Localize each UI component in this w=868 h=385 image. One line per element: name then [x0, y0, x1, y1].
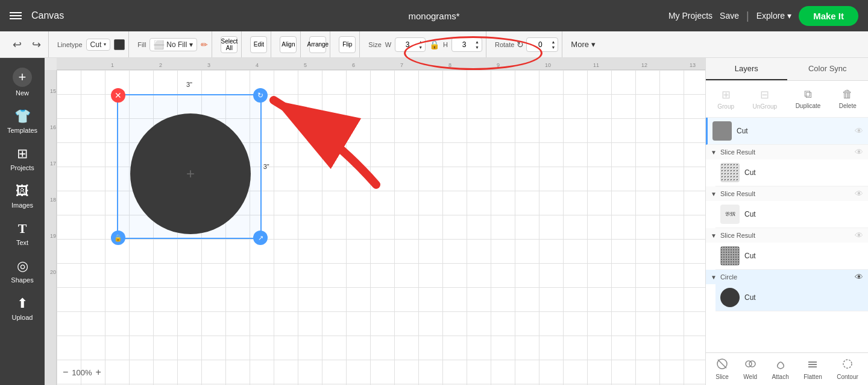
- sidebar-item-text[interactable]: T Text: [2, 216, 43, 251]
- explore-dropdown[interactable]: Explore ▾: [756, 11, 791, 21]
- sidebar-item-images[interactable]: 🖼 Images: [2, 179, 43, 214]
- weld-label: Weld: [743, 374, 757, 380]
- ungroup-icon: ⊟: [760, 88, 769, 101]
- right-panel: Layers Color Sync ⊞ Group ⊟ UnGroup ⧉ Du…: [705, 58, 868, 385]
- delete-handle[interactable]: ✕: [111, 88, 125, 103]
- rotate-stepper[interactable]: ▲▼: [551, 39, 555, 50]
- height-stepper[interactable]: ▲▼: [475, 39, 479, 50]
- sidebar-item-new-label: New: [16, 89, 29, 97]
- text-icon: T: [18, 221, 27, 237]
- circle-section-header[interactable]: ▼ Circle 👁: [706, 270, 868, 284]
- sidebar-item-shapes-label: Shapes: [11, 276, 33, 284]
- crosshair-icon: +: [186, 165, 195, 182]
- width-input[interactable]: ▲▼: [395, 37, 426, 52]
- slice-2-section: 𝔅𝔐 Cut: [715, 201, 868, 228]
- chevron-down-icon-2: ▼: [711, 191, 717, 197]
- svg-rect-5: [808, 361, 817, 363]
- canvas-area[interactable]: 1 2 3 4 5 6 7 8 9 10 11 12 13 15 16 17 1…: [45, 58, 705, 385]
- linetype-group: Linetype Cut ▾: [54, 31, 129, 57]
- duplicate-button[interactable]: ⧉ Duplicate: [791, 86, 826, 112]
- rotate-handle[interactable]: ↻: [253, 88, 268, 103]
- sidebar-item-upload[interactable]: ⬆ Upload: [2, 291, 43, 326]
- edit-button[interactable]: Edit: [250, 36, 267, 53]
- layer-thumb-slice-1: [720, 163, 740, 182]
- rotate-field[interactable]: [529, 40, 551, 49]
- panel-bottom-actions: Slice Weld Attach Flatten: [706, 352, 868, 385]
- rotate-input[interactable]: ▲▼: [526, 37, 558, 52]
- svg-point-8: [843, 360, 852, 368]
- selection-box[interactable]: + ✕ ↻ 🔒 ↗ 3" 3": [117, 94, 262, 239]
- fill-select[interactable]: ⬜ No Fill ▾: [149, 38, 197, 51]
- circle-visibility[interactable]: 👁: [855, 272, 863, 282]
- linetype-label: Linetype: [57, 41, 83, 48]
- contour-button[interactable]: Contour: [837, 358, 858, 380]
- slice-button[interactable]: Slice: [715, 358, 729, 380]
- zoom-level: 100%: [72, 368, 92, 377]
- make-it-button[interactable]: Make It: [799, 6, 858, 26]
- linetype-select[interactable]: Cut ▾: [86, 39, 111, 51]
- sidebar-item-projects[interactable]: ⊞ Projects: [2, 141, 43, 176]
- sidebar-item-shapes[interactable]: ◎ Shapes: [2, 253, 43, 288]
- width-stepper[interactable]: ▲▼: [418, 39, 423, 50]
- circle-layer-section: Cut: [715, 284, 868, 311]
- select-all-button[interactable]: Select All: [221, 36, 237, 53]
- hamburger-menu[interactable]: [10, 12, 22, 19]
- align-button[interactable]: Align: [280, 36, 297, 53]
- undo-button[interactable]: ↩: [8, 36, 25, 53]
- more-button[interactable]: More ▾: [567, 31, 599, 57]
- layer-item-slice-2-cut[interactable]: 𝔅𝔐 Cut: [715, 201, 868, 228]
- group-label: Group: [717, 103, 734, 110]
- slice-result-label-3: Slice Result: [720, 232, 755, 239]
- rotate-label: Rotate: [495, 41, 514, 48]
- layer-item-slice-1-cut[interactable]: Cut: [715, 159, 868, 186]
- save-button[interactable]: Save: [720, 11, 739, 21]
- size-group: Size W ▲▼ 🔒 H ▲▼: [365, 31, 486, 57]
- zoom-in-button[interactable]: +: [96, 367, 101, 378]
- edit-color-icon[interactable]: ✏: [201, 40, 208, 49]
- layers-list: Cut 👁 ▼ Slice Result 👁 Cut ▼ Slice Resul…: [706, 118, 868, 352]
- slice-icon: [716, 358, 728, 372]
- lock-handle[interactable]: 🔒: [111, 231, 125, 245]
- select-all-group: Select All: [217, 31, 242, 57]
- tab-color-sync[interactable]: Color Sync: [787, 58, 869, 80]
- zoom-out-button[interactable]: −: [63, 367, 68, 378]
- svg-rect-6: [808, 364, 817, 365]
- sidebar-item-templates[interactable]: 👕 Templates: [2, 104, 43, 139]
- slice-label: Slice: [715, 374, 729, 380]
- slice-visibility-2[interactable]: 👁: [855, 189, 863, 199]
- weld-icon: [744, 358, 756, 372]
- ungroup-button[interactable]: ⊟ UnGroup: [748, 86, 782, 112]
- slice-result-header-1[interactable]: ▼ Slice Result 👁: [706, 145, 868, 159]
- contour-icon: [841, 358, 854, 372]
- layer-label-slice-2-cut: Cut: [744, 210, 863, 218]
- svg-point-4: [749, 361, 755, 367]
- delete-button[interactable]: 🗑 Delete: [834, 86, 861, 112]
- tab-layers[interactable]: Layers: [706, 58, 787, 80]
- height-field[interactable]: [454, 40, 474, 49]
- slice-visibility-3[interactable]: 👁: [855, 231, 863, 240]
- weld-button[interactable]: Weld: [743, 358, 757, 380]
- flip-button[interactable]: Flip: [339, 36, 356, 53]
- attach-button[interactable]: Attach: [772, 358, 788, 380]
- slice-result-header-2[interactable]: ▼ Slice Result 👁: [706, 186, 868, 201]
- lock-icon[interactable]: 🔒: [429, 40, 439, 49]
- layer-item-top-cut[interactable]: Cut 👁: [706, 118, 868, 145]
- layer-item-circle-cut[interactable]: Cut: [715, 284, 868, 311]
- slice-visibility-1[interactable]: 👁: [855, 147, 863, 157]
- my-projects-link[interactable]: My Projects: [668, 11, 712, 21]
- height-input[interactable]: ▲▼: [451, 37, 482, 52]
- layer-item-slice-3-cut[interactable]: Cut: [715, 243, 868, 270]
- redo-button[interactable]: ↪: [28, 36, 45, 53]
- slice-result-label-2: Slice Result: [720, 190, 755, 197]
- edit-group: Edit: [247, 31, 271, 57]
- flatten-button[interactable]: Flatten: [804, 358, 822, 380]
- group-button[interactable]: ⊞ Group: [712, 86, 739, 112]
- nav-right: My Projects Save | Explore ▾ Make It: [668, 6, 858, 26]
- arrange-button[interactable]: Arrange: [309, 36, 326, 53]
- width-field[interactable]: [398, 40, 417, 49]
- resize-handle[interactable]: ↗: [253, 231, 268, 245]
- slice-result-header-3[interactable]: ▼ Slice Result 👁: [706, 228, 868, 243]
- layer-visibility-top-cut[interactable]: 👁: [855, 126, 863, 136]
- sidebar-item-new[interactable]: + New: [2, 63, 43, 101]
- color-swatch[interactable]: [114, 39, 125, 50]
